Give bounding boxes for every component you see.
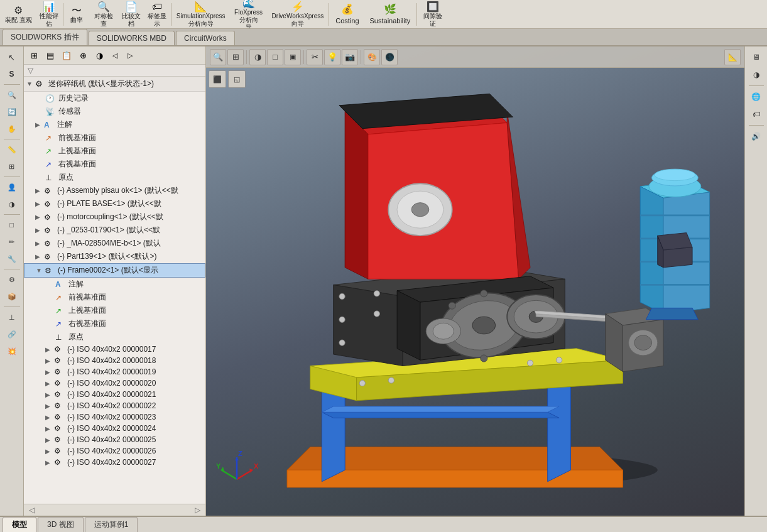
pan-btn[interactable]: ✋ bbox=[3, 121, 21, 137]
menu-costing[interactable]: 💰 Costing bbox=[330, 1, 364, 28]
smart-dimension-btn[interactable]: S bbox=[3, 66, 21, 82]
reference-btn[interactable]: □ bbox=[3, 217, 21, 233]
feature-btn[interactable]: 🔧 bbox=[3, 251, 21, 267]
menu-assemble[interactable]: ⚙ 装配 直观 bbox=[1, 1, 36, 28]
menu-simulation[interactable]: 📐 SimulationXpress分析向导 bbox=[173, 1, 229, 28]
tab-model[interactable]: 模型 bbox=[3, 517, 36, 532]
rotate-btn[interactable]: 🔄 bbox=[3, 104, 21, 120]
section-btn[interactable]: ⊞ bbox=[3, 158, 21, 175]
ft-item-frame-front[interactable]: ↗ 前视基准面 bbox=[24, 291, 205, 304]
ft-item-frame-top[interactable]: ↗ 上视基准面 bbox=[24, 304, 205, 317]
menu-label[interactable]: 🏷 标签显示 bbox=[144, 1, 170, 28]
component-btn[interactable]: 📦 bbox=[3, 288, 21, 305]
ft-item-ma028[interactable]: ▶ ⚙ (-) _MA-028504ME-b<1> (默认 bbox=[24, 237, 205, 250]
orient-cube-container: ⬛ ◱ bbox=[209, 70, 246, 88]
ft-item-motorcoupling[interactable]: ▶ ⚙ (-) motorcoupling<1> (默认<<默 bbox=[24, 210, 205, 224]
menu-drive[interactable]: ⚡ DriveWorksXpress向导 bbox=[268, 1, 328, 28]
rt-display-pane-btn[interactable]: 🖥 bbox=[748, 49, 765, 65]
ft-item-iso23[interactable]: ▶ ⚙ (-) ISO 40x40x2 00000023 bbox=[24, 411, 205, 423]
ft-item-iso20[interactable]: ▶ ⚙ (-) ISO 40x40x2 00000020 bbox=[24, 377, 205, 389]
ft-root-item[interactable]: ▼ ⚙ 迷你碎纸机 (默认<显示状态-1>) bbox=[24, 77, 205, 92]
vp-zoom-area-btn[interactable]: ⊞ bbox=[227, 49, 244, 65]
ft-item-assembly-pisau[interactable]: ▶ ⚙ (-) Assembly pisau ok<1> (默认<<默 bbox=[24, 184, 205, 197]
vp-shadows-btn[interactable]: 🌑 bbox=[381, 49, 398, 65]
rt-scene-btn[interactable]: 🌐 bbox=[748, 89, 765, 105]
ft-item-top-plane[interactable]: ↗ 上视基准面 bbox=[24, 144, 205, 158]
ft-item-sensor[interactable]: 📡 传感器 bbox=[24, 105, 205, 118]
tab-sw-plugin[interactable]: SOLIDWORKS 插件 bbox=[3, 29, 87, 45]
menu-sustainability[interactable]: 🌿 Sustainability bbox=[365, 1, 416, 28]
ft-item-origin[interactable]: ⊥ 原点 bbox=[24, 171, 205, 184]
vp-view-type-btn[interactable]: 📐 bbox=[724, 49, 741, 65]
material-btn[interactable]: ◑ bbox=[3, 196, 21, 212]
vp-shaded-btn[interactable]: ◑ bbox=[249, 49, 266, 65]
viewport[interactable]: 🔍 ⊞ ◑ □ ▣ ✂ 💡 📷 🎨 🌑 📐 ⬛ ◱ X bbox=[206, 46, 744, 516]
select-tool-btn[interactable]: ↖ bbox=[3, 49, 21, 65]
view-iso-btn[interactable]: ◱ bbox=[228, 70, 246, 88]
sketch-btn[interactable]: ✏ bbox=[3, 234, 21, 250]
feature-tree-body[interactable]: 🕐 历史记录 📡 传感器 ▶ A 注解 ↗ 前视基准面 bbox=[24, 92, 205, 504]
tab-motion1[interactable]: 运动算例1 bbox=[85, 517, 138, 532]
menu-sym-check[interactable]: 🔍 对称检查 bbox=[89, 1, 118, 28]
ft-item-annotation[interactable]: ▶ A 注解 bbox=[24, 118, 205, 131]
ft-item-iso18[interactable]: ▶ ⚙ (-) ISO 40x40x2 00000018 bbox=[24, 355, 205, 366]
menu-curvature[interactable]: 〜 曲率 bbox=[65, 1, 89, 28]
menu-perf[interactable]: 📊 性能评估 bbox=[36, 1, 62, 28]
ft-scroll-left-btn[interactable]: ◁ bbox=[108, 48, 122, 62]
ft-properties-btn[interactable]: 📋 bbox=[59, 48, 74, 62]
ft-item-front-plane[interactable]: ↗ 前视基准面 bbox=[24, 131, 205, 144]
ft-add-btn[interactable]: ⊕ bbox=[75, 48, 90, 62]
rt-appearance-btn[interactable]: ◑ bbox=[748, 67, 765, 83]
explode-btn[interactable]: 💥 bbox=[3, 343, 21, 359]
ft-scroll-left[interactable]: ◁ bbox=[29, 506, 35, 514]
menu-flo[interactable]: 🌊 FloXpress分析向导 bbox=[230, 1, 268, 28]
ft-item-iso19[interactable]: ▶ ⚙ (-) ISO 40x40x2 00000019 bbox=[24, 366, 205, 377]
ft-item-iso17[interactable]: ▶ ⚙ (-) ISO 40x40x2 00000017 bbox=[24, 344, 205, 355]
vp-lights-btn[interactable]: 💡 bbox=[324, 49, 340, 65]
ft-item-right-plane[interactable]: ↗ 右视基准面 bbox=[24, 158, 205, 171]
ft-item-frame-right[interactable]: ↗ 右视基准面 bbox=[24, 317, 205, 330]
ft-item-iso27[interactable]: ▶ ⚙ (-) ISO 40x40x2 00000027 bbox=[24, 457, 205, 468]
menu-compare[interactable]: 📄 比较文档 bbox=[119, 1, 144, 28]
rt-decals-btn[interactable]: 🏷 bbox=[748, 106, 765, 122]
ft-scroll-right[interactable]: ▷ bbox=[195, 506, 200, 514]
smart-mate-btn[interactable]: 🔗 bbox=[3, 326, 21, 342]
ft-item-0253[interactable]: ▶ ⚙ (-) _0253-01790<1> (默认<<默 bbox=[24, 224, 205, 237]
tab-3d-view[interactable]: 3D 视图 bbox=[38, 517, 84, 532]
vp-realview-btn[interactable]: 🎨 bbox=[364, 49, 380, 65]
ft-item-frame-origin[interactable]: ⊥ 原点 bbox=[24, 330, 205, 344]
mates-btn[interactable]: ⚙ bbox=[3, 271, 21, 288]
tab-sw-mbd[interactable]: SOLIDWORKS MBD bbox=[89, 31, 175, 45]
measure-btn[interactable]: 📏 bbox=[3, 141, 21, 158]
ft-item-iso24[interactable]: ▶ ⚙ (-) ISO 40x40x2 00000024 bbox=[24, 423, 205, 434]
vp-camera-btn[interactable]: 📷 bbox=[342, 49, 358, 65]
svg-point-66 bbox=[527, 360, 533, 366]
ft-item-iso21[interactable]: ▶ ⚙ (-) ISO 40x40x2 00000021 bbox=[24, 389, 205, 400]
tab-circuit[interactable]: CircuitWorks bbox=[176, 31, 235, 45]
ft-scroll-right-btn[interactable]: ▷ bbox=[123, 48, 137, 62]
ft-item-iso26[interactable]: ▶ ⚙ (-) ISO 40x40x2 00000026 bbox=[24, 445, 205, 457]
ft-item-iso22[interactable]: ▶ ⚙ (-) ISO 40x40x2 00000022 bbox=[24, 400, 205, 411]
ft-model-tree-btn[interactable]: ⊞ bbox=[26, 48, 41, 62]
align-btn[interactable]: ⊥ bbox=[3, 309, 21, 325]
vp-zoom-fit-btn[interactable]: 🔍 bbox=[210, 49, 226, 65]
ft-item-iso25[interactable]: ▶ ⚙ (-) ISO 40x40x2 00000025 bbox=[24, 434, 205, 445]
ft-item-history[interactable]: 🕐 历史记录 bbox=[24, 92, 205, 105]
vp-wireframe-btn[interactable]: □ bbox=[267, 49, 283, 65]
ft-item-plate-base[interactable]: ▶ ⚙ (-) PLATE BASE<1> (默认<<默 bbox=[24, 197, 205, 210]
zoom-btn[interactable]: 🔍 bbox=[3, 87, 21, 103]
ft-item-part139[interactable]: ▶ ⚙ (-) Part139<1> (默认<<默认>) bbox=[24, 250, 205, 263]
ft-iso21-label: (-) ISO 40x40x2 00000021 bbox=[67, 390, 156, 399]
appearance-btn[interactable]: 👤 bbox=[3, 179, 21, 195]
vp-section-view-btn[interactable]: ✂ bbox=[307, 49, 323, 65]
ft-root-assembly-icon: ⚙ bbox=[35, 79, 46, 89]
ft-list-btn[interactable]: ▤ bbox=[43, 48, 58, 62]
view-front-btn[interactable]: ⬛ bbox=[209, 70, 226, 88]
vp-hidden-btn[interactable]: ▣ bbox=[285, 49, 301, 65]
ft-display-btn[interactable]: ◑ bbox=[92, 48, 107, 62]
ft-item-frame-annotation[interactable]: A 注解 bbox=[24, 278, 205, 291]
rt-render-btn[interactable]: 🔊 bbox=[748, 128, 765, 144]
svg-marker-52 bbox=[646, 308, 698, 319]
ft-item-frame0002[interactable]: ▼ ⚙ (-) Frame0002<1> (默认<显示 bbox=[24, 263, 205, 278]
menu-gap-check[interactable]: 🔲 间隙验证 bbox=[418, 1, 447, 28]
